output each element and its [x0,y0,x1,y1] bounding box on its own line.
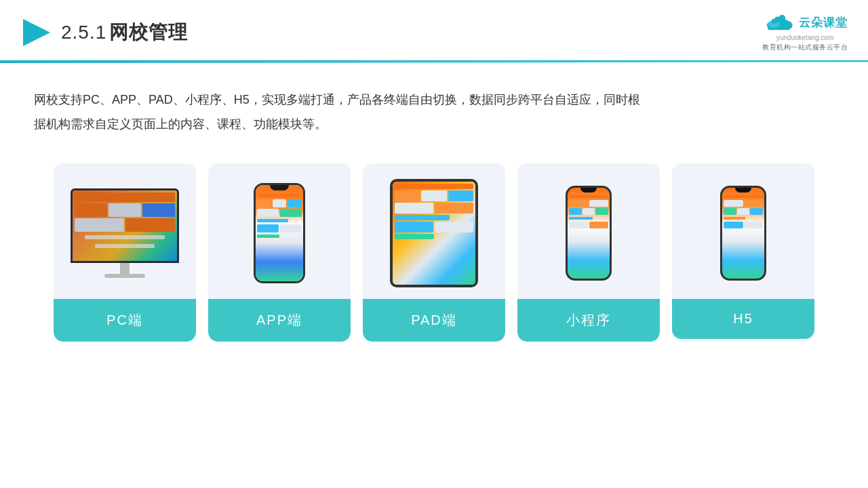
monitor-bar-2 [95,244,155,248]
phone-mini-screen-1 [568,188,610,279]
card-h5: H5 [672,163,814,342]
ts-bar-1 [395,184,473,189]
phone-mockup [254,183,305,283]
ts-bar-2 [395,215,450,220]
ts-col-2 [421,190,446,201]
ts-col-4 [395,203,433,214]
header: 2.5.1网校管理 云朵课堂 yunduoketang.com 教育机构一站式服… [0,0,868,62]
phone-body [254,183,305,283]
pms-col-11 [737,208,750,215]
pms-bar-3 [724,195,763,198]
page-title: 2.5.1网校管理 [61,20,188,45]
card-miniprogram: 小程序 [517,163,660,342]
pms-row-3 [569,222,608,228]
monitor-col-3 [142,203,175,217]
card-pc-image [54,163,196,299]
phone-mini-mockup-1 [566,186,612,281]
pms-row-4 [724,200,763,207]
card-app-label: APP端 [208,299,351,342]
monitor-bar-1 [85,235,165,239]
ps-col-2 [273,199,287,207]
pms-row-5 [724,208,763,215]
pms-bar-4 [724,217,745,220]
monitor-col-5 [125,218,175,232]
card-h5-image [672,163,814,299]
pms-bar-2 [569,217,593,220]
phone-mini-screen-2 [722,188,764,279]
tablet-screen [393,182,475,285]
svg-point-7 [778,15,785,22]
pms-col-8 [724,200,743,207]
cloud-svg-icon [762,12,795,33]
monitor-row-2 [75,218,175,232]
ps-bar-1 [257,194,302,197]
header-left: 2.5.1网校管理 [20,18,188,47]
pms-col-5 [595,208,608,215]
svg-point-8 [772,19,776,24]
logo-area: 云朵课堂 yunduoketang.com 教育机构一站式服务云平台 [762,12,848,52]
monitor-row-1 [75,203,175,217]
ts-col-5 [435,203,473,214]
ts-col-7 [435,222,473,232]
phone-notch [270,185,289,190]
monitor-col-4 [75,218,124,232]
ps-col-6 [257,224,279,232]
play-icon [20,18,50,47]
ps-bar-2 [257,219,288,222]
tablet-mockup [390,179,478,287]
card-app-image [208,163,351,299]
card-pad: PAD端 [363,163,505,342]
ps-col-4 [257,209,279,217]
card-h5-label: H5 [672,299,814,339]
logo-tagline: 教育机构一站式服务云平台 [762,43,848,52]
ts-row-3 [395,222,473,232]
card-pc-label: PC端 [54,299,196,342]
ts-row-2 [395,203,473,214]
card-app: APP端 [208,163,351,342]
description-text: 网校支持PC、APP、PAD、小程序、H5，实现多端打通，产品各终端自由切换，数… [0,63,678,150]
phone-mini-notch-1 [580,188,597,192]
ts-bar-3 [395,234,434,239]
ts-col-1 [395,190,420,201]
pms-row-1 [569,200,608,207]
pms-col-1 [569,200,589,207]
pms-row-6 [724,222,763,228]
pms-col-10 [724,208,736,215]
ts-col-6 [395,222,433,232]
phone-screen-inner [256,192,303,281]
pms-row-2 [569,208,608,215]
card-pad-image [363,163,505,299]
card-pc: PC端 [54,163,196,342]
monitor-stand [120,263,130,274]
pms-col-3 [569,208,582,215]
card-pad-label: PAD端 [363,299,505,342]
ps-row-2 [257,209,302,217]
monitor-mockup [71,188,179,278]
phone-screen [256,185,303,281]
card-miniprogram-image [517,163,660,299]
monitor-col-2 [108,203,141,217]
monitor-base [104,274,145,278]
monitor-col-1 [75,203,107,217]
phone-mini-mockup-2 [720,186,766,281]
pms-col-9 [744,200,764,207]
pms-col-14 [744,222,764,228]
monitor-screen [71,188,179,263]
pms-col-6 [569,222,589,228]
tablet-body [390,179,478,287]
ps-bar-3 [257,235,279,238]
pms-col-4 [583,208,595,215]
pms-col-13 [724,222,743,228]
ps-row-1 [257,199,302,207]
ps-col-1 [257,199,271,207]
logo-url: yunduoketang.com [776,34,834,41]
pms-col-2 [589,200,609,207]
ps-col-3 [288,199,302,207]
svg-marker-0 [23,19,50,46]
pms-bar-1 [569,195,608,198]
pms-col-7 [589,222,609,228]
ts-col-3 [448,190,473,201]
logo-icon: 云朵课堂 [762,12,848,33]
card-miniprogram-label: 小程序 [517,299,660,342]
phone-mini-notch-2 [735,188,751,192]
